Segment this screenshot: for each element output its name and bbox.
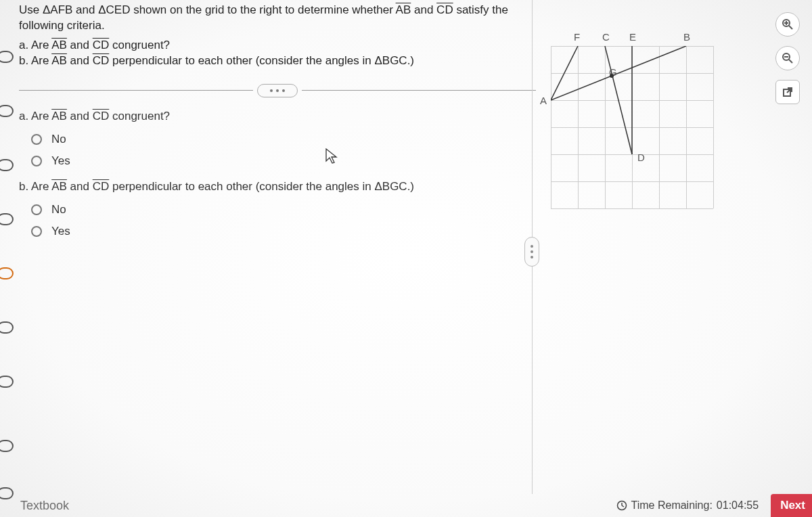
svg-line-1: [789, 26, 792, 29]
grid-segments: [551, 46, 713, 208]
radio-icon: [31, 226, 42, 237]
option-label: No: [51, 203, 66, 217]
point-label-c: C: [602, 31, 610, 43]
point-label-b: B: [683, 31, 690, 43]
footer-bar: Textbook Time Remaining: 01:04:55 Next: [0, 494, 812, 517]
point-label-f: F: [574, 31, 580, 43]
radio-icon: [31, 204, 42, 215]
radio-icon: [31, 156, 42, 166]
question-b-option-no[interactable]: No: [31, 203, 536, 217]
time-value: 01:04:55: [717, 499, 759, 512]
part-a-pre: a. Are: [19, 39, 51, 51]
next-label: Next: [780, 499, 805, 512]
spiral-binding: [0, 0, 15, 517]
more-icon[interactable]: [257, 84, 298, 97]
problem-and-1: and: [411, 3, 436, 16]
question-a-option-yes[interactable]: Yes: [31, 154, 536, 168]
point-g-dot: [610, 74, 614, 78]
option-label: Yes: [51, 154, 70, 168]
clock-icon: [616, 500, 627, 511]
question-b: b. Are AB and CD perpendicular to each o…: [19, 180, 536, 238]
zoom-in-button[interactable]: [775, 12, 800, 37]
section-divider: [19, 84, 536, 97]
option-label: Yes: [51, 225, 70, 238]
part-b-tail: perpendicular to each other (consider th…: [109, 54, 414, 67]
question-a-option-no[interactable]: No: [31, 133, 536, 146]
cursor-icon: [325, 148, 338, 165]
problem-statement: Use ΔAFB and ΔCED shown on the grid to t…: [19, 3, 536, 69]
point-label-d: D: [637, 152, 645, 163]
zoom-out-button[interactable]: [775, 46, 800, 70]
popout-button[interactable]: [775, 80, 800, 104]
zoom-out-icon: [782, 52, 794, 64]
zoom-in-icon: [782, 18, 794, 30]
segment-ab: AB: [396, 3, 411, 16]
point-label-a: A: [540, 95, 547, 106]
svg-line-10: [605, 46, 632, 154]
coordinate-grid: F C E B A G D: [551, 46, 713, 208]
question-a: a. Are AB and CD congruent? No Yes: [19, 110, 536, 168]
question-pane: Use ΔAFB and ΔCED shown on the grid to t…: [18, 0, 541, 517]
part-a-tail: congruent?: [109, 39, 170, 51]
svg-line-9: [551, 46, 686, 100]
time-remaining: Time Remaining: 01:04:55: [616, 499, 759, 512]
svg-line-14: [622, 505, 624, 507]
question-b-option-yes[interactable]: Yes: [31, 225, 536, 238]
next-button[interactable]: Next: [771, 494, 812, 517]
part-b-pre: b. Are: [19, 54, 51, 67]
problem-intro-1: Use ΔAFB and ΔCED shown on the grid to t…: [19, 3, 396, 16]
point-label-e: E: [629, 31, 636, 43]
question-b-title: b. Are AB and CD perpendicular to each o…: [19, 180, 536, 194]
segment-cd: CD: [436, 3, 453, 16]
page-background: Use ΔAFB and ΔCED shown on the grid to t…: [0, 0, 812, 517]
option-label: No: [51, 133, 66, 146]
time-label: Time Remaining:: [631, 499, 713, 512]
figure-pane: F C E B A G D: [541, 0, 812, 517]
radio-icon: [31, 134, 42, 145]
svg-line-5: [789, 60, 792, 63]
pane-drag-handle[interactable]: [524, 237, 539, 267]
question-a-title: a. Are AB and CD congruent?: [19, 110, 536, 123]
textbook-link[interactable]: Textbook: [20, 499, 69, 513]
svg-line-8: [551, 46, 578, 100]
popout-icon: [782, 87, 793, 97]
